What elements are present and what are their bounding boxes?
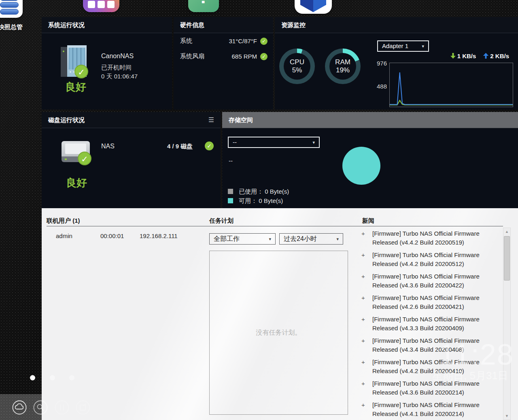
resource-monitor-title: 资源监控 [275, 17, 518, 33]
dashboard-bottom-section: 联机用户 (1) 任务计划 新闻 admin 00:00:01 192.168.… [42, 208, 518, 420]
search-icon[interactable] [32, 399, 49, 416]
section-divider [47, 226, 503, 226]
expand-icon[interactable]: + [361, 379, 372, 397]
cpu-label: CPU [290, 58, 304, 66]
scroll-down-icon[interactable]: ▼ [503, 414, 510, 418]
news-scrollbar[interactable]: ▲ ▼ [503, 228, 511, 420]
edit-note-icon[interactable] [75, 399, 91, 416]
uptime-label: 已开机时间 [101, 64, 132, 72]
expand-icon[interactable]: + [361, 251, 372, 268]
hardware-info-panel: 硬件信息 系统 31°C/87°F ✓ 系统风扇 685 RPM ✓ [174, 17, 273, 110]
news-item[interactable]: +[Firmware] Turbo NAS Official Firmware … [361, 336, 495, 354]
chevron-down-icon: ▾ [422, 41, 424, 51]
disk-health-title: 磁盘运行状况 ☰ [42, 112, 221, 128]
adapter-select[interactable]: Adapter 1 ▾ [377, 40, 429, 52]
upload-rate: 2 KB/s [490, 53, 509, 59]
disk-health-status: 良好 [66, 176, 87, 190]
y-axis-tick-mid: 488 [372, 83, 387, 90]
cpu-value: 5% [292, 66, 302, 74]
news-item-text: [Firmware] Turbo NAS Official Firmware R… [372, 229, 490, 247]
hardware-label: 系统风扇 [180, 53, 204, 60]
storage-pool-label: -- [229, 157, 233, 164]
cube-glyph [295, 0, 332, 14]
system-health-status: 良好 [65, 80, 86, 94]
desktop-page-dot[interactable] [69, 375, 74, 380]
news-item-text: [Firmware] Turbo NAS Official Firmware R… [372, 401, 490, 418]
upload-arrow-icon [483, 53, 488, 59]
expand-icon[interactable]: + [361, 401, 372, 418]
network-rate-legend: 1 KB/s 2 KB/s [450, 53, 509, 59]
online-user-time: 00:00:01 [100, 232, 124, 239]
status-ok-badge: ✓ [74, 65, 88, 78]
expand-icon[interactable]: + [361, 229, 372, 247]
news-item-text: [Firmware] Turbo NAS Official Firmware R… [372, 315, 490, 333]
used-value: 0 Byte(s) [265, 188, 289, 195]
news-item[interactable]: +[Firmware] Turbo NAS Official Firmware … [361, 358, 495, 376]
download-arrow-icon [450, 53, 456, 59]
news-item[interactable]: +[Firmware] Turbo NAS Official Firmware … [361, 293, 495, 311]
task-job-select-value: 全部工作 [214, 235, 240, 242]
ok-check-icon: ✓ [260, 53, 267, 60]
disk-health-title-text: 磁盘运行状况 [48, 116, 85, 123]
desktop-page-dot[interactable] [50, 375, 55, 380]
task-job-select[interactable]: 全部工作 ▾ [209, 233, 276, 245]
network-throughput-chart [389, 63, 513, 107]
news-item[interactable]: +[Firmware] Turbo NAS Official Firmware … [361, 379, 495, 397]
free-value: 0 Byte(s) [259, 197, 283, 204]
book-icon[interactable] [54, 399, 70, 416]
news-item-text: [Firmware] Turbo NAS Official Firmware R… [372, 336, 490, 354]
database-stack-icon [0, 9, 19, 15]
expand-icon[interactable]: + [361, 358, 372, 376]
online-user-name: admin [56, 232, 72, 239]
news-item-text: [Firmware] Turbo NAS Official Firmware R… [372, 379, 490, 397]
news-item[interactable]: +[Firmware] Turbo NAS Official Firmware … [361, 272, 495, 290]
nas-device-icon: ✓ [61, 45, 87, 79]
news-item[interactable]: +[Firmware] Turbo NAS Official Firmware … [361, 315, 495, 333]
free-label: 可用： [239, 197, 257, 204]
news-item-text: [Firmware] Turbo NAS Official Firmware R… [372, 293, 490, 311]
adapter-select-value: Adapter 1 [382, 42, 408, 49]
help-icon[interactable]: ? [188, 0, 219, 12]
desktop-page-dot-active[interactable] [30, 375, 35, 380]
expand-icon[interactable]: + [361, 272, 372, 290]
expand-icon[interactable]: + [361, 336, 372, 354]
y-axis-tick-top: 976 [372, 60, 387, 67]
disk-group-name: NAS [101, 143, 115, 150]
ram-value: 19% [336, 66, 350, 74]
device-name: CanonNAS [101, 53, 134, 60]
snapshot-manager-icon[interactable] [0, 0, 23, 18]
list-icon[interactable]: ☰ [208, 117, 214, 123]
free-legend-swatch [228, 198, 233, 203]
expand-icon[interactable]: + [361, 315, 372, 333]
hardware-value: 31°C/87°F [229, 38, 257, 44]
online-users-title: 联机用户 (1) [47, 217, 80, 225]
news-item-text: [Firmware] Turbo NAS Official Firmware R… [372, 251, 490, 268]
news-item-text: [Firmware] Turbo NAS Official Firmware R… [372, 272, 490, 290]
chevron-down-icon: ▾ [269, 234, 271, 244]
storage-pool-select-value: -- [233, 139, 237, 146]
storage-free-legend: 可用： 0 Byte(s) [228, 197, 283, 205]
storage-space-title: 存储空间 [222, 112, 518, 128]
used-legend-swatch [228, 189, 233, 194]
online-user-ip: 192.168.2.111 [140, 232, 178, 239]
disk-count: 4 / 9 磁盘 [167, 143, 193, 150]
database-stack-icon [0, 2, 19, 8]
cloud-sync-icon[interactable] [11, 399, 28, 416]
news-item[interactable]: +[Firmware] Turbo NAS Official Firmware … [361, 229, 495, 247]
used-label: 已使用： [239, 188, 263, 195]
storage-cube-icon[interactable] [295, 0, 332, 14]
system-status-title: 系统运行状况 [42, 17, 172, 33]
download-rate: 1 KB/s [457, 53, 476, 59]
app-center-icon[interactable] [83, 0, 119, 12]
expand-icon[interactable]: + [361, 293, 372, 311]
task-range-select[interactable]: 过去24小时 ▾ [279, 233, 343, 245]
storage-pool-select[interactable]: -- ▾ [228, 137, 320, 148]
news-item[interactable]: +[Firmware] Turbo NAS Official Firmware … [361, 251, 495, 268]
resource-monitor-panel: 资源监控 CPU 5% RAM 19% Adapter 1 ▾ 1 KB/s 2… [275, 17, 518, 110]
news-item-text: [Firmware] Turbo NAS Official Firmware R… [372, 358, 490, 376]
snapshot-manager-label: 快照总管 [0, 23, 31, 31]
task-range-select-value: 过去24小时 [284, 235, 317, 242]
scroll-up-icon[interactable]: ▲ [503, 230, 510, 234]
news-item[interactable]: +[Firmware] Turbo NAS Official Firmware … [361, 401, 495, 418]
scrollbar-thumb[interactable] [504, 236, 510, 281]
